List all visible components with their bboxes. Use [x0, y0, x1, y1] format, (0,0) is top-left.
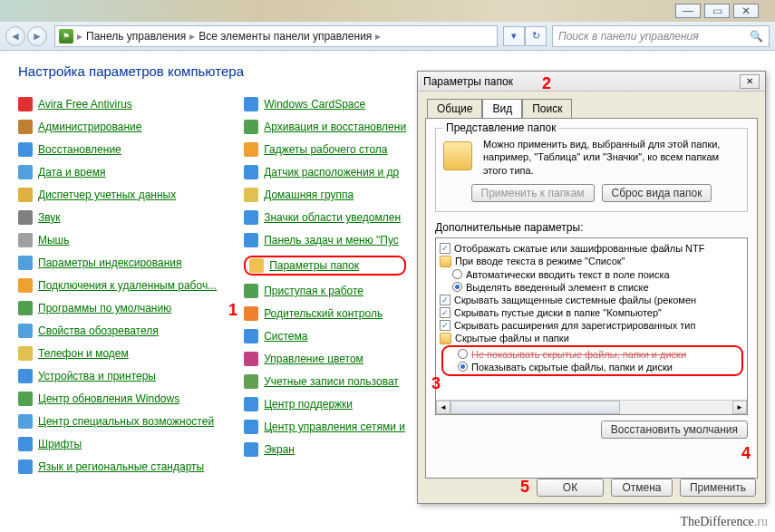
control-panel-item[interactable]: Учетные записи пользоват — [244, 374, 406, 389]
breadcrumb[interactable]: ⚑ ▸ Панель управления ▸ Все элементы пан… — [54, 25, 498, 47]
item-link[interactable]: Параметры индексирования — [38, 256, 181, 269]
breadcrumb-seg-2[interactable]: Все элементы панели управления — [199, 30, 372, 43]
control-panel-item[interactable]: Свойства обозревателя — [18, 324, 217, 338]
search-input[interactable]: Поиск в панели управления 🔍 — [552, 25, 770, 47]
item-link[interactable]: Дата и время — [38, 166, 105, 179]
control-panel-item[interactable]: Дата и время — [18, 165, 217, 179]
item-link[interactable]: Центр управления сетями и — [264, 421, 405, 433]
maximize-button[interactable]: ▭ — [704, 4, 730, 18]
dialog-close-button[interactable]: ✕ — [740, 74, 760, 89]
forward-button[interactable]: ► — [27, 26, 47, 46]
control-panel-item[interactable]: Центр управления сетями и — [244, 420, 406, 434]
ok-button[interactable]: ОК — [537, 479, 604, 497]
item-link[interactable]: Подключения к удаленным рабоч... — [38, 279, 217, 292]
item-link[interactable]: Звук — [38, 211, 61, 224]
item-link[interactable]: Учетные записи пользоват — [264, 375, 399, 388]
item-link[interactable]: Windows CardSpace — [264, 98, 365, 111]
item-link[interactable]: Датчик расположения и др — [264, 166, 399, 179]
item-link[interactable]: Программы по умолчанию — [38, 302, 171, 314]
item-link[interactable]: Телефон и модем — [38, 347, 129, 360]
control-panel-item[interactable]: Звук — [18, 210, 217, 225]
control-panel-item[interactable]: Параметры папок — [244, 256, 406, 276]
control-panel-item[interactable]: Диспетчер учетных данных — [18, 188, 217, 202]
dropdown-history-button[interactable]: ▾ — [503, 26, 525, 46]
control-panel-item[interactable]: Восстановление — [18, 142, 217, 157]
minimize-button[interactable]: — — [675, 4, 701, 18]
control-panel-item[interactable]: Программы по умолчанию — [18, 301, 217, 315]
tab-general[interactable]: Общие — [427, 99, 482, 118]
dialog-title-bar[interactable]: Параметры папок ✕ — [418, 72, 765, 92]
control-panel-item[interactable]: Домашняя группа — [244, 188, 406, 202]
item-link[interactable]: Язык и региональные стандарты — [38, 460, 204, 473]
item-link[interactable]: Параметры папок — [269, 259, 359, 272]
control-panel-item[interactable]: Центр обновления Windows — [18, 392, 217, 406]
item-link[interactable]: Домашняя группа — [264, 189, 354, 201]
control-panel-item[interactable]: Датчик расположения и др — [244, 165, 406, 179]
control-panel-item[interactable]: Язык и региональные стандарты — [18, 459, 217, 474]
breadcrumb-seg-1[interactable]: Панель управления — [86, 30, 186, 43]
control-panel-item[interactable]: Родительский контроль — [244, 306, 406, 321]
item-link[interactable]: Панель задач и меню "Пус — [264, 234, 399, 247]
reset-folders-button[interactable]: Сброс вида папок — [602, 184, 712, 202]
item-link[interactable]: Диспетчер учетных данных — [38, 189, 176, 201]
control-panel-item[interactable]: Avira Free Antivirus — [18, 97, 217, 111]
control-panel-item[interactable]: Администрирование — [18, 120, 217, 134]
tab-search[interactable]: Поиск — [522, 99, 572, 118]
checkbox[interactable] — [440, 295, 450, 305]
scroll-right-button[interactable]: ► — [732, 401, 747, 414]
item-link[interactable]: Приступая к работе — [264, 285, 363, 297]
item-link[interactable]: Система — [264, 330, 307, 343]
item-link[interactable]: Архивация и восстановлени — [264, 121, 406, 133]
control-panel-item[interactable]: Устройства и принтеры — [18, 369, 217, 383]
control-panel-item[interactable]: Архивация и восстановлени — [244, 120, 406, 134]
control-panel-item[interactable]: Телефон и модем — [18, 346, 217, 361]
control-panel-item[interactable]: Система — [244, 329, 406, 343]
item-link[interactable]: Центр специальных возможностей — [38, 415, 214, 428]
control-panel-item[interactable]: Шрифты — [18, 437, 217, 451]
item-link[interactable]: Значки области уведомлен — [264, 211, 401, 224]
checkbox[interactable] — [440, 320, 450, 331]
control-panel-item[interactable]: Windows CardSpace — [244, 97, 406, 111]
scroll-thumb[interactable] — [450, 401, 620, 414]
control-panel-item[interactable]: Параметры индексирования — [18, 256, 217, 270]
radio[interactable] — [452, 269, 462, 279]
item-link[interactable]: Свойства обозревателя — [38, 324, 159, 337]
item-link[interactable]: Экран — [264, 443, 295, 456]
item-link[interactable]: Шрифты — [38, 438, 82, 450]
control-panel-item[interactable]: Центр специальных возможностей — [18, 414, 217, 429]
control-panel-item[interactable]: Мышь — [18, 233, 217, 247]
advanced-params-tree[interactable]: Отображать сжатые или зашифрованные файл… — [435, 237, 748, 415]
control-panel-item[interactable]: Центр поддержки — [244, 397, 406, 411]
radio-show-hidden[interactable] — [458, 362, 468, 372]
scroll-left-button[interactable]: ◄ — [436, 401, 450, 414]
apply-to-folders-button[interactable]: Применить к папкам — [471, 184, 595, 202]
apply-button[interactable]: Применить — [680, 479, 756, 497]
control-panel-item[interactable]: Приступая к работе — [244, 284, 406, 298]
control-panel-item[interactable]: Управление цветом — [244, 352, 406, 366]
item-link[interactable]: Родительский контроль — [264, 307, 383, 320]
cancel-button[interactable]: Отмена — [611, 479, 673, 497]
item-link[interactable]: Восстановление — [38, 143, 121, 156]
control-panel-item[interactable]: Значки области уведомлен — [244, 210, 406, 225]
item-link[interactable]: Устройства и принтеры — [38, 370, 156, 382]
restore-defaults-button[interactable]: Восстановить умолчания — [601, 421, 748, 439]
control-panel-item[interactable]: Панель задач и меню "Пус — [244, 233, 406, 247]
tab-view[interactable]: Вид — [482, 99, 522, 118]
control-panel-item[interactable]: Экран — [244, 442, 406, 457]
radio[interactable] — [452, 282, 462, 292]
refresh-button[interactable]: ↻ — [525, 26, 547, 46]
checkbox[interactable] — [440, 243, 450, 254]
horizontal-scrollbar[interactable]: ◄ ► — [436, 400, 747, 414]
control-panel-item[interactable]: Гаджеты рабочего стола — [244, 142, 406, 157]
item-link[interactable]: Центр поддержки — [264, 398, 353, 411]
item-link[interactable]: Центр обновления Windows — [38, 392, 179, 405]
item-link[interactable]: Управление цветом — [264, 353, 363, 365]
item-link[interactable]: Гаджеты рабочего стола — [264, 143, 387, 156]
close-button[interactable]: ✕ — [733, 4, 759, 18]
item-link[interactable]: Администрирование — [38, 121, 141, 133]
back-button[interactable]: ◄ — [5, 26, 25, 46]
item-link[interactable]: Avira Free Antivirus — [38, 98, 132, 111]
item-link[interactable]: Мышь — [38, 234, 70, 247]
radio-hide-hidden[interactable] — [458, 349, 468, 359]
control-panel-item[interactable]: Подключения к удаленным рабоч... — [18, 278, 217, 293]
